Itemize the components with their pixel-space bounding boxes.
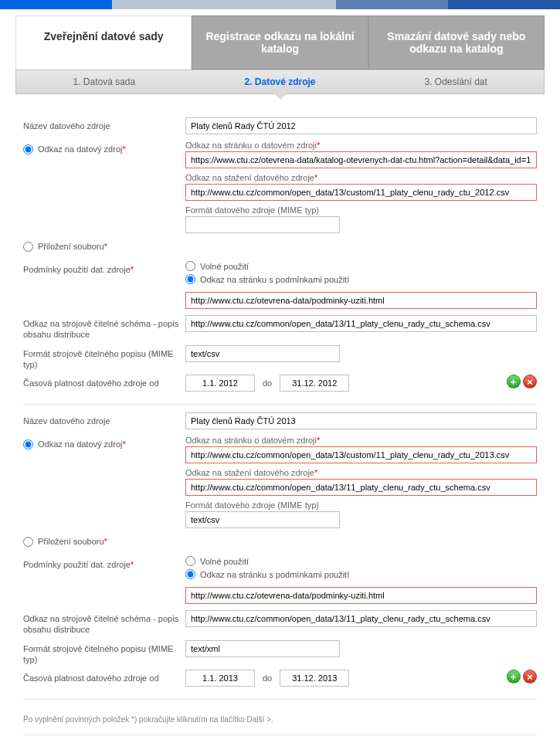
step-1[interactable]: 1. Datová sada (16, 70, 192, 93)
mime-input[interactable] (185, 511, 340, 528)
add-icon[interactable]: + (507, 375, 521, 388)
label-valid-from: Časová platnost datového zdroje od (23, 375, 185, 388)
label-usage-terms: Podmínky použití dat. zdroje* (23, 556, 185, 570)
radio-link-source[interactable] (23, 439, 33, 449)
radio-file-attach[interactable] (23, 242, 33, 252)
source-block: Název datového zdroje Odkaz na datový zd… (23, 405, 537, 700)
label-file-attach: Přiložení souboru* (38, 241, 107, 252)
source-name-input[interactable] (185, 117, 537, 134)
sublabel-mime: Formát datového zdroje (MIME typ) (185, 205, 537, 215)
machine-format-input[interactable] (185, 345, 340, 362)
main-tabs: Zveřejnění datové sady Registrace odkazu… (0, 15, 560, 70)
label-link-source: Odkaz na datový zdroj* (38, 439, 126, 449)
download-link-input[interactable] (185, 184, 537, 201)
label-do: do (263, 378, 272, 388)
date-to-input[interactable] (280, 670, 349, 687)
radio-link-source[interactable] (23, 144, 33, 154)
label-file-attach: Přiložení souboru* (38, 536, 107, 547)
label-machine-format: Formát strojově čitelného popisu (MIME t… (23, 640, 185, 666)
radio-file-attach[interactable] (23, 537, 33, 547)
steps-bar: 1. Datová sada 2. Datové zdroje 3. Odesl… (15, 70, 545, 94)
source-name-input[interactable] (185, 412, 537, 429)
schema-link-input[interactable] (185, 315, 537, 332)
terms-link-input[interactable] (185, 292, 537, 309)
sublabel-page-link: Odkaz na stránku o datovém zdroji* (185, 141, 537, 150)
page-link-input[interactable] (185, 151, 537, 168)
tab-delete[interactable]: Smazání datové sady nebo odkazu na katal… (368, 15, 545, 70)
date-from-input[interactable] (185, 670, 255, 687)
mime-input[interactable] (185, 216, 340, 233)
radio-terms-link[interactable] (185, 274, 195, 284)
delete-icon[interactable]: × (523, 375, 537, 388)
label-free-use: Volné použití (200, 262, 249, 271)
sublabel-download-link: Odkaz na stažení datového zdroje* (185, 468, 537, 477)
label-source-name: Název datového zdroje (23, 412, 185, 426)
label-terms-link-radio: Odkaz na stránku s podmínkami použití (200, 275, 349, 284)
label-terms-link-radio: Odkaz na stránku s podmínkami použití (200, 570, 349, 579)
date-from-input[interactable] (185, 375, 255, 392)
machine-format-input[interactable] (185, 640, 340, 657)
label-schema-link: Odkaz na strojově čitelné schéma - popis… (23, 315, 185, 341)
tab-register[interactable]: Registrace odkazu na lokální katalog (192, 15, 368, 70)
radio-free-use[interactable] (185, 556, 195, 566)
label-valid-from: Časová platnost datového zdroje od (23, 670, 185, 683)
label-free-use: Volné použití (200, 557, 249, 566)
tab-publish[interactable]: Zveřejnění datové sady (15, 15, 192, 70)
add-icon[interactable]: + (507, 670, 521, 683)
label-usage-terms: Podmínky použití dat. zdroje* (23, 261, 185, 275)
divider (23, 699, 537, 700)
delete-icon[interactable]: × (523, 670, 537, 683)
sublabel-mime: Formát datového zdroje (MIME typ) (185, 500, 537, 510)
radio-free-use[interactable] (185, 261, 195, 271)
sublabel-page-link: Odkaz na stránku o datovém zdroji* (185, 436, 537, 445)
label-source-name: Název datového zdroje (23, 117, 185, 131)
label-machine-format: Formát strojově čitelného popisu (MIME t… (23, 345, 185, 371)
label-link-source: Odkaz na datový zdroj* (38, 144, 126, 154)
step-pointer-icon (274, 93, 287, 100)
label-do: do (263, 673, 272, 683)
terms-link-input[interactable] (185, 587, 537, 604)
step-3[interactable]: 3. Odeslání dat (368, 70, 544, 93)
hint-text: Po vyplnění povinných položek *) pokraču… (23, 715, 537, 724)
step-2[interactable]: 2. Datové zdroje (192, 70, 368, 93)
source-block: Název datového zdroje Odkaz na datový zd… (23, 110, 537, 405)
top-decorative-bar (0, 0, 560, 9)
page-link-input[interactable] (185, 446, 537, 463)
schema-link-input[interactable] (185, 610, 537, 627)
radio-terms-link[interactable] (185, 569, 195, 579)
download-link-input[interactable] (185, 479, 537, 496)
divider (23, 734, 537, 735)
label-schema-link: Odkaz na strojově čitelné schéma - popis… (23, 610, 185, 636)
sublabel-download-link: Odkaz na stažení datového zdroje* (185, 173, 537, 182)
date-to-input[interactable] (280, 375, 349, 392)
